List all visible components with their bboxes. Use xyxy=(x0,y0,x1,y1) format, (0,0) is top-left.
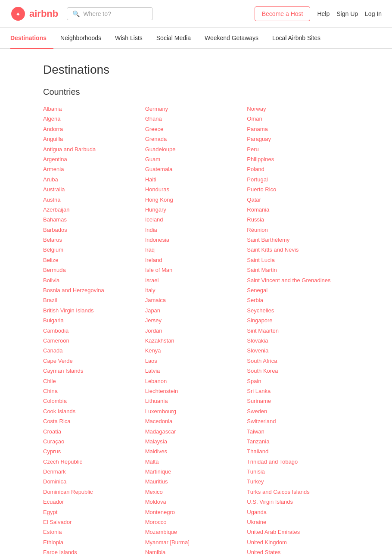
country-link[interactable]: Philippines xyxy=(247,154,349,164)
country-link[interactable]: China xyxy=(43,386,145,396)
country-link[interactable]: Dominica xyxy=(43,477,145,486)
country-link[interactable]: Armenia xyxy=(43,164,145,174)
country-link[interactable]: Trinidad and Tobago xyxy=(247,457,349,467)
country-link[interactable]: Sweden xyxy=(247,406,349,416)
country-link[interactable]: Réunion xyxy=(247,225,349,235)
country-link[interactable]: Mauritius xyxy=(145,477,247,486)
country-link[interactable]: Belgium xyxy=(43,245,145,255)
country-link[interactable]: Tunisia xyxy=(247,467,349,477)
country-link[interactable]: Puerto Rico xyxy=(247,184,349,194)
country-link[interactable]: Morocco xyxy=(145,517,247,527)
country-link[interactable]: Turks and Caicos Islands xyxy=(247,487,349,497)
country-link[interactable]: Suriname xyxy=(247,396,349,406)
country-link[interactable]: Montenegro xyxy=(145,507,247,517)
country-link[interactable]: Croatia xyxy=(43,427,145,436)
country-link[interactable]: Czech Republic xyxy=(43,457,145,467)
country-link[interactable]: Germany xyxy=(145,104,247,114)
country-link[interactable]: South Africa xyxy=(247,356,349,366)
country-link[interactable]: Iraq xyxy=(145,245,247,255)
country-link[interactable]: Paraguay xyxy=(247,134,349,144)
country-link[interactable]: Peru xyxy=(247,144,349,154)
country-link[interactable]: Kazakhstan xyxy=(145,336,247,346)
country-link[interactable]: Madagascar xyxy=(145,427,247,436)
country-link[interactable]: Saint Kitts and Nevis xyxy=(247,245,349,255)
country-link[interactable]: Maldives xyxy=(145,446,247,456)
country-link[interactable]: Egypt xyxy=(43,507,145,517)
country-link[interactable]: Indonesia xyxy=(145,235,247,245)
country-link[interactable]: Israel xyxy=(145,275,247,285)
country-link[interactable]: Cyprus xyxy=(43,446,145,456)
country-link[interactable]: Malta xyxy=(145,457,247,467)
country-link[interactable]: Ireland xyxy=(145,255,247,265)
country-link[interactable]: Macedonia xyxy=(145,416,247,426)
country-link[interactable]: Lebanon xyxy=(145,376,247,386)
country-link[interactable]: Malaysia xyxy=(145,436,247,446)
country-link[interactable]: Serbia xyxy=(247,295,349,305)
country-link[interactable]: Belize xyxy=(43,255,145,265)
country-link[interactable]: British Virgin Islands xyxy=(43,305,145,315)
become-host-button[interactable]: Become a Host xyxy=(255,6,311,21)
country-link[interactable]: Costa Rica xyxy=(43,416,145,426)
country-link[interactable]: Bolivia xyxy=(43,275,145,285)
country-link[interactable]: Antigua and Barbuda xyxy=(43,144,145,154)
login-link[interactable]: Log In xyxy=(365,10,382,17)
country-link[interactable]: Kenya xyxy=(145,346,247,355)
country-link[interactable]: Grenada xyxy=(145,134,247,144)
country-link[interactable]: Uganda xyxy=(247,507,349,517)
country-link[interactable]: Lithuania xyxy=(145,396,247,406)
country-link[interactable]: Bulgaria xyxy=(43,315,145,325)
country-link[interactable]: Bosnia and Herzegovina xyxy=(43,285,145,295)
country-link[interactable]: Luxembourg xyxy=(145,406,247,416)
country-link[interactable]: Austria xyxy=(43,195,145,205)
nav-socialmedia[interactable]: Social Media xyxy=(149,28,198,49)
search-bar[interactable]: 🔍 Where to? xyxy=(67,7,153,20)
country-link[interactable]: Spain xyxy=(247,376,349,386)
country-link[interactable]: Jersey xyxy=(145,315,247,325)
country-link[interactable]: Panama xyxy=(247,124,349,134)
country-link[interactable]: India xyxy=(145,225,247,235)
country-link[interactable]: Estonia xyxy=(43,527,145,537)
country-link[interactable]: Slovenia xyxy=(247,346,349,355)
country-link[interactable]: United Arab Emirates xyxy=(247,527,349,537)
country-link[interactable]: Senegal xyxy=(247,285,349,295)
country-link[interactable]: Albania xyxy=(43,104,145,114)
country-link[interactable]: Hungary xyxy=(145,205,247,215)
country-link[interactable]: Russia xyxy=(247,215,349,224)
country-link[interactable]: Poland xyxy=(247,164,349,174)
nav-weekend[interactable]: Weekend Getaways xyxy=(198,28,265,49)
country-link[interactable]: Curaçao xyxy=(43,436,145,446)
country-link[interactable]: Cameroon xyxy=(43,336,145,346)
country-link[interactable]: Colombia xyxy=(43,396,145,406)
country-link[interactable]: Honduras xyxy=(145,184,247,194)
country-link[interactable]: Jordan xyxy=(145,326,247,336)
country-link[interactable]: Myanmar [Burma] xyxy=(145,537,247,547)
country-link[interactable]: Mozambique xyxy=(145,527,247,537)
country-link[interactable]: United States xyxy=(247,547,349,557)
country-link[interactable]: Guadeloupe xyxy=(145,144,247,154)
country-link[interactable]: Guatemala xyxy=(145,164,247,174)
country-link[interactable]: Saint Martin xyxy=(247,265,349,275)
country-link[interactable]: Sint Maarten xyxy=(247,326,349,336)
country-link[interactable]: El Salvador xyxy=(43,517,145,527)
country-link[interactable]: Barbados xyxy=(43,225,145,235)
country-link[interactable]: Laos xyxy=(145,356,247,366)
country-link[interactable]: Belarus xyxy=(43,235,145,245)
country-link[interactable]: Guam xyxy=(145,154,247,164)
country-link[interactable]: Romania xyxy=(247,205,349,215)
country-link[interactable]: Taiwan xyxy=(247,427,349,436)
country-link[interactable]: Bahamas xyxy=(43,215,145,224)
signup-link[interactable]: Sign Up xyxy=(336,10,358,17)
country-link[interactable]: Japan xyxy=(145,305,247,315)
country-link[interactable]: Slovakia xyxy=(247,336,349,346)
country-link[interactable]: Iceland xyxy=(145,215,247,224)
country-link[interactable]: Ecuador xyxy=(43,497,145,507)
country-link[interactable]: Argentina xyxy=(43,154,145,164)
country-link[interactable]: Cook Islands xyxy=(43,406,145,416)
help-link[interactable]: Help xyxy=(317,10,330,17)
country-link[interactable]: Greece xyxy=(145,124,247,134)
country-link[interactable]: Denmark xyxy=(43,467,145,477)
country-link[interactable]: Anguilla xyxy=(43,134,145,144)
country-link[interactable]: Brazil xyxy=(43,295,145,305)
country-link[interactable]: Bermuda xyxy=(43,265,145,275)
country-link[interactable]: Turkey xyxy=(247,477,349,486)
